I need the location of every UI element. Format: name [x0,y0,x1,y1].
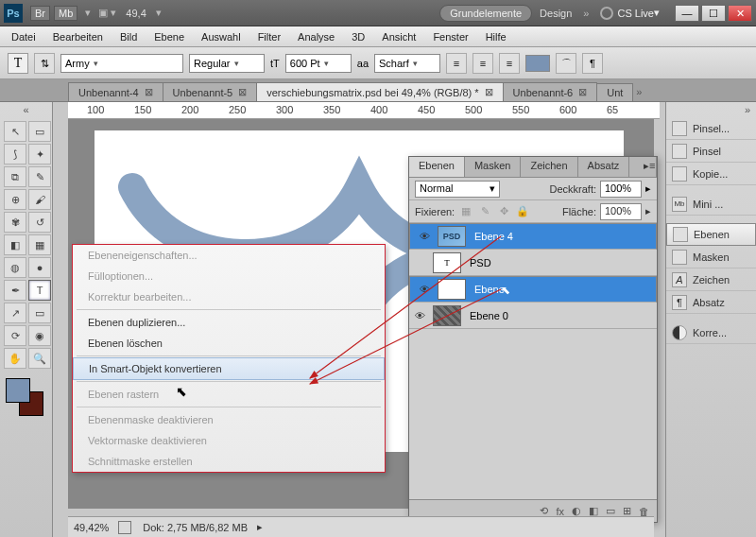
ctx-loeschen[interactable]: Ebenen löschen [73,333,385,354]
close-icon[interactable]: ⊠ [578,86,587,98]
align-right-icon[interactable]: ≡ [499,53,520,74]
tab-verschiebungsmatrix[interactable]: verschiebungsmatrix.psd bei 49,4% (RGB/8… [256,82,503,101]
align-center-icon[interactable]: ≡ [472,53,493,74]
ctx-duplizieren[interactable]: Ebenen duplizieren... [73,312,385,333]
maximize-button[interactable]: ☐ [701,5,726,22]
stamp-tool[interactable]: ✾ [4,212,26,233]
tab-ebenen[interactable]: Ebenen [409,157,465,177]
history-brush-tool[interactable]: ↺ [28,212,51,233]
layer-name[interactable]: Ebene 0 [464,310,508,321]
tabs-overflow-icon[interactable]: » [636,86,642,97]
path-tool[interactable]: ↗ [4,303,26,323]
hand-tool[interactable]: ✋ [4,348,26,369]
lasso-tool[interactable]: ⟆ [4,144,26,165]
blend-mode-select[interactable]: Normal ▾ [415,181,500,198]
eyedropper-tool[interactable]: ✎ [28,166,51,187]
tab-unbenannt-4[interactable]: Unbenannt-4⊠ [68,82,163,101]
menu-auswahl[interactable]: Auswahl [194,29,249,44]
layer-row[interactable]: 👁 Ebene 0 [409,303,657,329]
layer-name[interactable]: Ebene 4 [469,231,513,242]
fg-color[interactable] [6,378,30,403]
bridge-chip[interactable]: Br [30,6,50,21]
zoom-tool[interactable]: 🔍 [28,348,51,369]
tab-unbenannt-6[interactable]: Unbenannt-6⊠ [503,82,598,101]
preview-icon[interactable] [118,521,131,534]
dock-kopie[interactable]: Kopie... [666,163,756,185]
blur-tool[interactable]: ◍ [4,257,26,278]
tab-unbenannt-5[interactable]: Unbenannt-5⊠ [163,82,258,101]
layer-name[interactable]: Ebene [469,284,505,295]
brush-tool[interactable]: 🖌 [28,189,51,210]
crop-tool[interactable]: ⧉ [4,166,26,187]
orientation-icon[interactable]: ⇅ [34,53,55,74]
chevron-icon[interactable]: » [583,8,589,19]
pen-tool[interactable]: ✒ [4,280,26,301]
layer-row[interactable]: T PSD [409,250,657,276]
align-left-icon[interactable]: ≡ [446,53,467,74]
dock-minibridge[interactable]: MbMini ... [666,193,756,216]
trash-icon[interactable]: 🗑 [639,506,649,517]
3d-tool[interactable]: ⟳ [4,325,26,346]
menu-3d[interactable]: 3D [344,29,372,44]
status-zoom[interactable]: 49,42% [74,522,109,533]
dock-pinsel-preset[interactable]: Pinsel... [666,117,756,140]
wand-tool[interactable]: ✦ [28,144,51,165]
opacity-field[interactable]: 100% [600,181,642,198]
dock-pinsel[interactable]: Pinsel [666,140,756,163]
menu-filter[interactable]: Filter [250,29,288,44]
collapse-icon[interactable]: « [0,102,52,117]
text-color-swatch[interactable] [525,55,550,72]
tab-absatz[interactable]: Absatz [578,157,630,177]
dock-ebenen[interactable]: Ebenen [666,223,756,246]
close-icon[interactable]: ⊠ [145,86,153,98]
minibridge-chip[interactable]: Mb [54,6,77,21]
close-button[interactable]: ✕ [728,5,752,22]
chevron-icon[interactable]: ▸ [257,521,263,533]
weight-select[interactable]: Regular▾ [189,54,265,73]
dock-absatz[interactable]: ¶Absatz [666,291,756,314]
fx-icon[interactable]: fx [556,506,564,517]
tab-unt[interactable]: Unt [596,83,633,101]
lock-transparency-icon[interactable]: ▦ [458,205,473,217]
close-icon[interactable]: ⊠ [238,86,247,98]
visibility-icon[interactable]: 👁 [409,310,430,321]
gradient-tool[interactable]: ▦ [28,234,51,255]
lock-paint-icon[interactable]: ✎ [477,205,492,217]
layer-row[interactable]: 👁 Ebene [409,276,657,303]
visibility-icon[interactable]: 👁 [414,231,435,242]
workspace-pill[interactable]: Grundelemente [439,5,532,22]
heal-tool[interactable]: ⊕ [4,189,26,210]
panel-menu-icon[interactable]: ▸≡ [634,157,657,177]
char-panel-icon[interactable]: ¶ [582,53,603,74]
camera-tool[interactable]: ◉ [28,325,51,346]
minimize-button[interactable]: — [675,5,699,22]
warp-icon[interactable]: ⌒ [556,53,576,74]
layer-name[interactable]: PSD [464,257,491,268]
tab-masken[interactable]: Masken [465,157,522,177]
font-select[interactable]: Army▾ [60,54,183,73]
shape-tool[interactable]: ▭ [28,303,51,323]
menu-analyse[interactable]: Analyse [290,29,342,44]
lock-position-icon[interactable]: ✥ [496,205,511,217]
dodge-tool[interactable]: ● [28,257,51,278]
dock-masken[interactable]: Masken [666,246,756,268]
chevron-icon[interactable]: ▸ [645,205,651,217]
menu-ansicht[interactable]: Ansicht [374,29,423,44]
marquee-tool[interactable]: ▭ [28,121,51,142]
menu-bearbeiten[interactable]: Bearbeiten [45,29,111,44]
ctx-smart-objekt[interactable]: In Smart-Objekt konvertieren [73,357,385,380]
collapse-icon[interactable]: » [666,102,756,117]
visibility-icon[interactable]: 👁 [414,284,435,295]
dock-korrektur[interactable]: Korre... [666,321,756,344]
chevron-icon[interactable]: ▸ [645,182,651,195]
menu-datei[interactable]: Datei [4,29,43,44]
menu-bild[interactable]: Bild [112,29,145,44]
lock-all-icon[interactable]: 🔒 [515,205,530,217]
tab-zeichen[interactable]: Zeichen [521,157,577,177]
move-tool[interactable]: ↖ [4,121,26,142]
type-tool[interactable]: T [28,280,51,301]
eraser-tool[interactable]: ◧ [4,234,26,255]
menu-hilfe[interactable]: Hilfe [478,29,514,44]
layer-row[interactable]: 👁 PSD Ebene 4 [409,223,657,250]
color-swatches[interactable] [6,378,43,416]
